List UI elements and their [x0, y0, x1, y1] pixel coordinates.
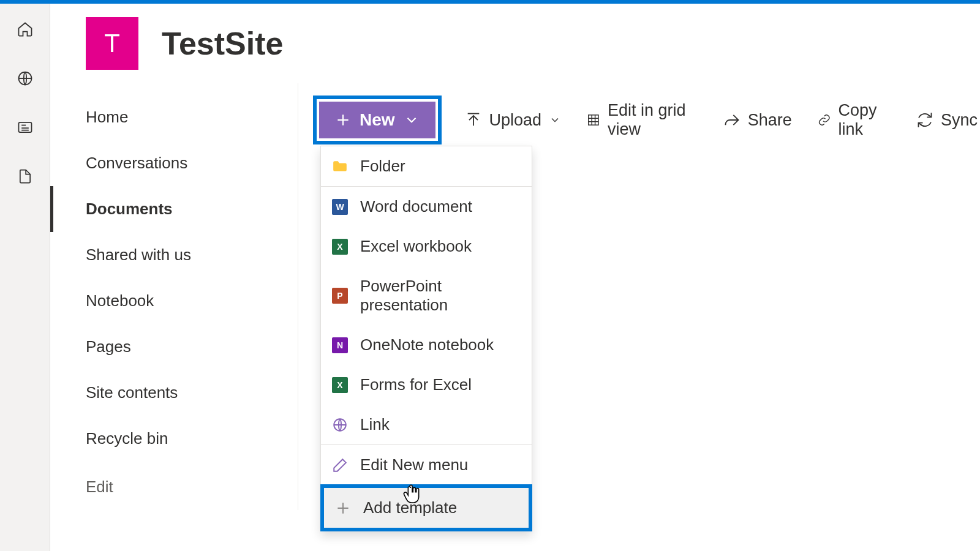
upload-label: Upload	[489, 111, 542, 130]
sync-button[interactable]: Sync	[914, 106, 980, 135]
menu-item-label: Link	[360, 415, 390, 434]
nav-item-recycle-bin[interactable]: Recycle bin	[50, 416, 298, 462]
menu-item-label: OneNote notebook	[360, 335, 494, 354]
upload-button[interactable]: Upload	[462, 106, 564, 135]
home-icon[interactable]	[17, 21, 34, 38]
link-icon	[332, 417, 348, 433]
menu-item-label: Folder	[360, 157, 405, 176]
grid-icon	[587, 111, 600, 129]
nav-item-shared[interactable]: Shared with us	[50, 232, 298, 278]
menu-item-label: Excel workbook	[360, 237, 472, 256]
menu-item-word[interactable]: W Word document	[321, 187, 532, 227]
app-rail	[0, 4, 50, 551]
left-nav: Home Conversations Documents Shared with…	[50, 83, 298, 510]
nav-item-conversations[interactable]: Conversations	[50, 140, 298, 186]
sync-label: Sync	[941, 111, 978, 130]
file-icon[interactable]	[17, 168, 34, 185]
pencil-icon	[332, 457, 348, 473]
plus-icon	[335, 112, 351, 128]
menu-item-label: Add template	[363, 498, 457, 517]
excel-icon: X	[332, 239, 348, 255]
new-button-label: New	[360, 110, 395, 130]
menu-item-add-template[interactable]: Add template	[320, 484, 532, 531]
menu-item-label: Edit New menu	[360, 455, 468, 474]
share-label: Share	[748, 111, 792, 130]
site-logo[interactable]: T	[86, 17, 138, 70]
svg-rect-12	[589, 115, 598, 125]
svg-rect-1	[18, 122, 31, 132]
menu-item-folder[interactable]: Folder	[321, 146, 532, 186]
sync-icon	[916, 111, 933, 129]
menu-item-forms[interactable]: X Forms for Excel	[321, 365, 532, 405]
command-bar: New Folder W Word document	[298, 83, 980, 157]
chevron-down-icon	[404, 112, 420, 128]
menu-item-link[interactable]: Link	[321, 405, 532, 444]
chevron-down-icon	[549, 114, 561, 126]
forms-excel-icon: X	[332, 377, 348, 393]
plus-icon	[335, 500, 351, 516]
menu-item-onenote[interactable]: N OneNote notebook	[321, 325, 532, 365]
new-dropdown-menu: Folder W Word document X Excel workbook	[320, 146, 532, 531]
menu-item-label: Forms for Excel	[360, 375, 472, 394]
nav-edit-link[interactable]: Edit	[50, 462, 298, 510]
globe-icon[interactable]	[17, 70, 34, 87]
copy-link-label: Copy link	[838, 101, 891, 139]
folder-icon	[332, 159, 348, 174]
onenote-icon: N	[332, 337, 348, 353]
share-icon	[723, 111, 741, 129]
share-button[interactable]: Share	[721, 106, 794, 135]
powerpoint-icon: P	[332, 288, 348, 304]
news-icon[interactable]	[17, 119, 34, 136]
nav-item-home[interactable]: Home	[50, 94, 298, 140]
nav-item-site-contents[interactable]: Site contents	[50, 370, 298, 416]
nav-item-documents[interactable]: Documents	[50, 186, 298, 232]
menu-item-powerpoint[interactable]: P PowerPoint presentation	[321, 266, 532, 325]
word-icon: W	[332, 199, 348, 215]
site-title[interactable]: TestSite	[162, 25, 283, 62]
edit-grid-label: Edit in grid view	[608, 101, 698, 139]
upload-icon	[465, 111, 482, 129]
site-header: T TestSite	[50, 4, 980, 83]
new-button-highlight: New Folder W Word document	[313, 96, 442, 144]
new-button[interactable]: New	[319, 102, 435, 138]
menu-item-label: Word document	[360, 197, 472, 216]
nav-item-pages[interactable]: Pages	[50, 324, 298, 370]
copy-link-button[interactable]: Copy link	[815, 96, 893, 144]
edit-grid-button[interactable]: Edit in grid view	[584, 96, 700, 144]
nav-item-notebook[interactable]: Notebook	[50, 278, 298, 324]
menu-item-edit-new-menu[interactable]: Edit New menu	[321, 445, 532, 485]
menu-item-label: PowerPoint presentation	[360, 277, 521, 315]
copy-link-icon	[818, 111, 831, 129]
menu-item-excel[interactable]: X Excel workbook	[321, 227, 532, 266]
